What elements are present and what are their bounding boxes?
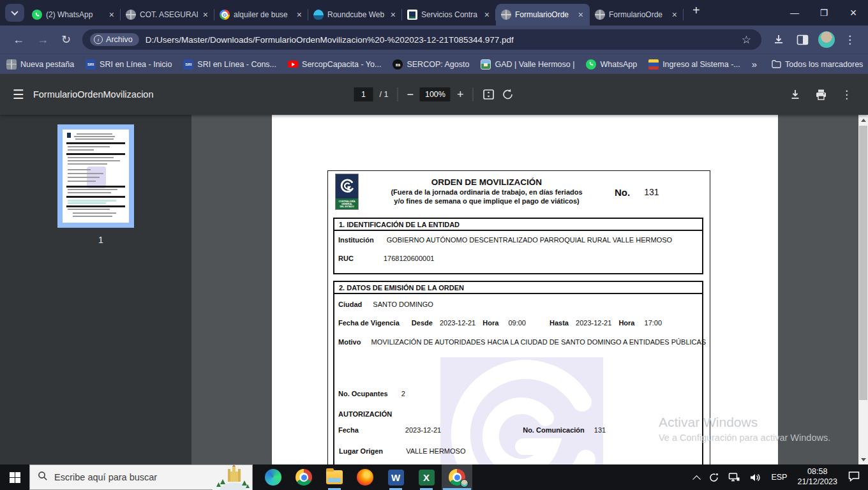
bookmark-sri-inicio[interactable]: SRI SRI en Línea - Inicio xyxy=(86,59,172,70)
form-subtitle: (Fuera de la jornada ordinaria de trabaj… xyxy=(359,188,615,197)
bookmark-sercop-agosto[interactable]: m SERCOP: Agosto xyxy=(393,59,469,70)
vertical-scrollbar[interactable] xyxy=(858,115,868,464)
pdf-viewer: 1 xyxy=(0,115,868,464)
close-icon[interactable]: × xyxy=(483,10,491,20)
tab-formulario-active[interactable]: FormularioOrde × xyxy=(496,4,590,26)
browser-menu-icon[interactable]: ⋮ xyxy=(839,33,862,47)
bookmark-sri-consultas[interactable]: SRI SRI en Línea - Cons... xyxy=(183,59,276,70)
close-icon[interactable]: × xyxy=(577,10,585,20)
bookmarks-bar: Nueva pestaña SRI SRI en Línea - Inicio … xyxy=(0,54,868,74)
close-icon[interactable]: × xyxy=(389,10,397,20)
pdf-toolbar-right: ⋮ xyxy=(789,88,868,101)
reload-button[interactable]: ↻ xyxy=(55,33,77,47)
tray-volume-icon[interactable] xyxy=(745,464,766,490)
bookmark-sercopcapacita[interactable]: SercopCapacita - Yo... xyxy=(288,60,381,69)
whatsapp-icon xyxy=(586,59,596,70)
close-icon[interactable]: × xyxy=(296,10,303,20)
language-indicator[interactable]: ESP xyxy=(766,473,792,482)
download-tray-icon[interactable] xyxy=(767,33,791,46)
sri-icon: SRI xyxy=(86,59,96,70)
page-count: / 1 xyxy=(380,90,389,99)
taskbar-search[interactable]: Escribe aquí para buscar xyxy=(29,464,253,490)
crest-icon xyxy=(648,59,659,70)
zoom-out-button[interactable]: − xyxy=(407,88,414,101)
close-window-button[interactable]: × xyxy=(839,0,868,26)
tab-whatsapp[interactable]: (2) WhatsApp × xyxy=(27,4,121,26)
tab-alquiler-buses[interactable]: G alquiler de buse × xyxy=(214,4,308,26)
download-icon[interactable] xyxy=(789,89,801,100)
taskbar-chrome-active[interactable] xyxy=(442,464,472,490)
tab-label: alquiler de buse xyxy=(234,10,292,19)
address-bar[interactable]: i Archivo D:/Users/Master/Downloads/Form… xyxy=(82,29,761,50)
maximize-button[interactable]: ❐ xyxy=(809,0,839,26)
autorizacion-title: AUTORIZACIÓN xyxy=(338,410,392,418)
taskbar-clock[interactable]: 08:58 21/12/2023 xyxy=(792,467,842,487)
start-button[interactable] xyxy=(0,464,29,490)
tab-servicios-contratacion[interactable]: Servicios Contra × xyxy=(402,4,496,26)
bookmark-whatsapp[interactable]: WhatsApp xyxy=(586,59,637,70)
taskbar-edge[interactable] xyxy=(258,464,288,490)
tab-strip: (2) WhatsApp × COT. ASEGURAD × G alquile… xyxy=(0,0,868,26)
side-panel-icon[interactable] xyxy=(791,34,814,46)
bookmark-nueva-pestana[interactable]: Nueva pestaña xyxy=(6,59,74,70)
clock-time: 08:58 xyxy=(797,467,837,477)
forward-button[interactable]: → xyxy=(31,33,55,47)
bookmark-label: SercopCapacita - Yo... xyxy=(302,60,381,69)
chip-label: Archivo xyxy=(106,35,133,44)
globe-icon xyxy=(6,59,17,70)
tab-formulario-2[interactable]: FormularioOrde × xyxy=(590,4,684,26)
scroll-down-arrow[interactable] xyxy=(858,454,868,464)
close-icon[interactable]: × xyxy=(202,10,209,20)
taskbar-word[interactable]: W xyxy=(380,464,411,490)
bookmark-ingreso-sistema[interactable]: Ingreso al Sistema -... xyxy=(648,59,740,70)
action-center-icon[interactable] xyxy=(842,470,868,484)
new-tab-button[interactable]: + xyxy=(689,3,704,18)
back-button[interactable]: ← xyxy=(6,33,31,47)
taskbar-chrome[interactable] xyxy=(288,464,319,490)
tray-chevron-up-icon[interactable] xyxy=(689,464,704,490)
file-scheme-chip[interactable]: i Archivo xyxy=(90,33,139,46)
ruc-row: RUC 1768120600001 xyxy=(338,255,434,262)
pinned-apps: W X xyxy=(258,464,472,490)
menu-icon[interactable]: ☰ xyxy=(0,87,33,102)
rotate-icon[interactable] xyxy=(501,88,514,101)
file-explorer-icon xyxy=(326,470,343,484)
minimize-button[interactable]: — xyxy=(780,0,809,26)
sri-icon: SRI xyxy=(183,59,193,70)
bookmark-gad-valle-hermoso[interactable]: GAD | Valle Hermoso | xyxy=(481,59,574,70)
zoom-in-button[interactable]: + xyxy=(457,88,464,101)
bookmark-label: Ingreso al Sistema -... xyxy=(662,60,740,69)
scroll-up-arrow[interactable] xyxy=(858,115,868,125)
close-icon[interactable]: × xyxy=(108,10,116,20)
institucion-row: Institución GOBIERNO AUTÓNOMO DESCENTRAL… xyxy=(338,236,672,244)
taskbar-file-explorer[interactable] xyxy=(319,464,350,490)
fit-page-icon[interactable] xyxy=(482,88,495,101)
search-seasonal-graphic[interactable] xyxy=(213,465,252,490)
page-thumbnail[interactable] xyxy=(57,124,134,228)
pdf-menu-icon[interactable]: ⋮ xyxy=(841,88,853,101)
close-icon[interactable]: × xyxy=(671,10,678,20)
all-bookmarks-button[interactable]: Todos los marcadores xyxy=(771,59,863,70)
bookmarks-overflow-chevron[interactable]: » xyxy=(752,59,757,70)
page-number-input[interactable]: 1 xyxy=(354,87,373,101)
search-icon xyxy=(38,471,48,484)
taskbar-firefox[interactable] xyxy=(350,464,380,490)
taskbar-excel[interactable]: X xyxy=(411,464,442,490)
sercop-icon: m xyxy=(393,59,403,70)
tab-label: FormularioOrde xyxy=(609,10,667,19)
bookmark-label: Nueva pestaña xyxy=(20,60,74,69)
tab-roundcube[interactable]: Roundcube Web × xyxy=(308,4,402,26)
tray-sync-icon[interactable] xyxy=(704,464,724,490)
print-icon[interactable] xyxy=(815,89,827,101)
scrollbar-thumb[interactable] xyxy=(859,126,867,400)
tray-network-icon[interactable] xyxy=(724,464,745,490)
bookmark-label: WhatsApp xyxy=(600,60,637,69)
tab-search-button[interactable] xyxy=(5,4,24,22)
zoom-level[interactable]: 100% xyxy=(420,87,451,101)
whatsapp-icon xyxy=(32,10,42,20)
tab-cot-asegurad[interactable]: COT. ASEGURAD × xyxy=(121,4,214,26)
search-placeholder: Escribe aquí para buscar xyxy=(54,472,157,482)
profile-avatar[interactable] xyxy=(818,31,835,48)
cge-favicon xyxy=(407,10,417,20)
bookmark-star-icon[interactable]: ☆ xyxy=(739,33,754,47)
